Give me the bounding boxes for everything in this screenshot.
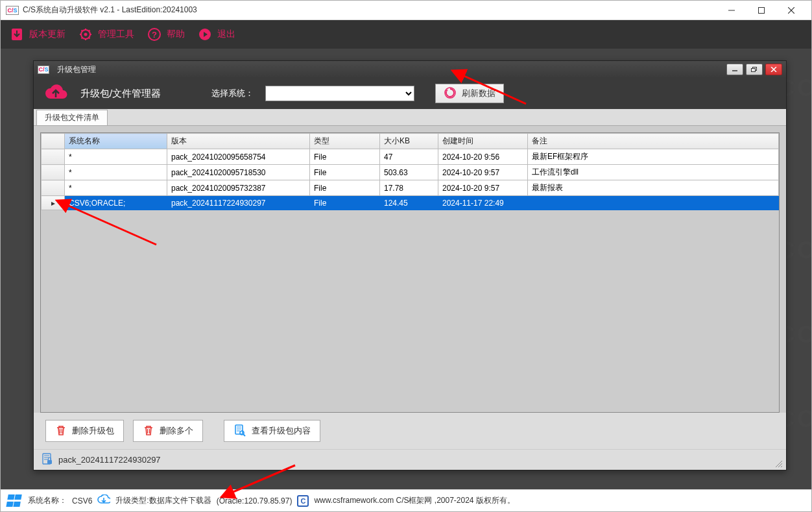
minimize-button[interactable] <box>717 1 746 19</box>
cell-system: * <box>65 180 167 196</box>
delete-multiple-button[interactable]: 删除多个 <box>133 420 203 442</box>
cell-version: pack_20241020095658754 <box>167 149 310 165</box>
col-system-name[interactable]: 系统名称 <box>65 134 167 149</box>
cell-system: * <box>65 165 167 180</box>
col-type[interactable]: 类型 <box>310 134 380 149</box>
inner-statusbar: pack_20241117224930297 <box>34 449 786 470</box>
cell-size: 47 <box>380 149 438 165</box>
cell-note: 工作流引擎dll <box>528 165 779 180</box>
close-button[interactable] <box>776 1 806 19</box>
help-icon: ? <box>147 27 161 42</box>
footer-oracle: (Oracle:120.79.85.97) <box>217 496 293 506</box>
inner-close-button[interactable] <box>765 64 782 75</box>
inner-restore-button[interactable] <box>746 64 763 75</box>
menubar: 版本更新 管理工具 ? 帮助 退出 <box>1 20 811 49</box>
cell-size: 124.45 <box>380 196 438 210</box>
tab-package-list[interactable]: 升级包文件清单 <box>36 110 108 125</box>
svg-rect-16 <box>235 425 243 434</box>
package-grid[interactable]: 系统名称 版本 类型 大小KB 创建时间 备注 *pack_2024102009… <box>40 132 780 413</box>
outer-titlebar[interactable]: C/S C/S系统自动升级软件 v2.1 - LastEdition:20241… <box>1 1 811 20</box>
document-lock-icon <box>42 452 53 467</box>
system-select[interactable] <box>265 86 414 101</box>
cs-logo-icon: C <box>297 495 309 507</box>
grid-header[interactable]: 系统名称 版本 类型 大小KB 创建时间 备注 <box>42 134 779 149</box>
svg-rect-20 <box>47 460 52 464</box>
cloud-upload-icon <box>43 84 69 103</box>
footer: 系统名称： CSV6 升级类型:数据库文件下载器 (Oracle:120.79.… <box>1 489 811 511</box>
svg-line-18 <box>243 434 245 436</box>
table-row[interactable]: ▸CSV6;ORACLE;pack_20241117224930297File1… <box>42 196 779 210</box>
cell-note <box>528 196 779 210</box>
select-system-label: 选择系统： <box>211 88 254 99</box>
cell-note: 最新报表 <box>528 180 779 196</box>
cell-time: 2024-10-20 9:57 <box>438 180 528 196</box>
row-indicator: ▸ <box>42 196 65 210</box>
gear-icon <box>78 27 93 42</box>
app-icon: C/S <box>38 66 49 74</box>
table-row[interactable]: *pack_20241020095658754File472024-10-20 … <box>42 149 779 165</box>
col-note[interactable]: 备注 <box>528 134 779 149</box>
view-content-button[interactable]: 查看升级包内容 <box>224 420 320 442</box>
svg-point-6 <box>84 33 88 36</box>
svg-rect-12 <box>752 69 756 72</box>
cell-type: File <box>310 196 380 210</box>
resize-grip-icon[interactable] <box>774 459 783 469</box>
inner-titlebar[interactable]: C/S 升级包管理 <box>34 61 786 78</box>
footer-sys-label: 系统名称： <box>28 495 67 506</box>
row-indicator <box>42 165 65 180</box>
col-size[interactable]: 大小KB <box>380 134 438 149</box>
trash-icon <box>143 424 154 438</box>
grid-container: 系统名称 版本 类型 大小KB 创建时间 备注 *pack_2024102009… <box>34 126 786 413</box>
cloud-download-icon <box>97 494 110 507</box>
cell-version: pack_20241020095732387 <box>167 180 310 196</box>
table-row[interactable]: *pack_20241020095718530File503.632024-10… <box>42 165 779 180</box>
cell-size: 503.63 <box>380 165 438 180</box>
document-search-icon <box>233 424 246 439</box>
tab-strip: 升级包文件清单 <box>34 109 786 126</box>
cell-time: 2024-10-20 9:56 <box>438 149 528 165</box>
inner-toolbar: 升级包/文件管理器 选择系统： 刷新数据 <box>34 78 786 109</box>
inner-minimize-button[interactable] <box>726 64 743 75</box>
trash-icon <box>55 424 67 438</box>
download-icon <box>10 27 24 42</box>
menu-version-update[interactable]: 版本更新 <box>10 27 66 42</box>
toolbar-title: 升级包/文件管理器 <box>80 88 161 100</box>
cell-version: pack_20241020095718530 <box>167 165 310 180</box>
action-bar: 删除升级包 删除多个 查看升级包内容 <box>34 413 786 449</box>
cell-time: 2024-11-17 22:49 <box>438 196 528 210</box>
refresh-button[interactable]: 刷新数据 <box>435 84 504 103</box>
col-created[interactable]: 创建时间 <box>438 134 528 149</box>
cell-type: File <box>310 149 380 165</box>
svg-text:?: ? <box>152 30 157 40</box>
table-row[interactable]: *pack_20241020095732387File17.782024-10-… <box>42 180 779 196</box>
main-window: C/S C/S系统自动升级软件 v2.1 - LastEdition:20241… <box>0 0 812 512</box>
footer-sys-value: CSV6 <box>72 496 92 506</box>
row-indicator <box>42 149 65 165</box>
col-indicator[interactable] <box>42 134 65 149</box>
svg-rect-1 <box>759 7 765 13</box>
inner-window-title: 升级包管理 <box>57 64 96 75</box>
delete-package-button[interactable]: 删除升级包 <box>45 420 124 442</box>
refresh-icon <box>444 86 457 101</box>
cell-type: File <box>310 165 380 180</box>
mdi-area: CO CO V CO CO C/S 升级包管理 升级包/文件 <box>1 49 811 489</box>
cell-version: pack_20241117224930297 <box>167 196 310 210</box>
app-icon: C/S <box>6 6 19 15</box>
windows-icon <box>6 494 24 507</box>
menu-exit[interactable]: 退出 <box>198 27 235 42</box>
cell-system: CSV6;ORACLE; <box>65 196 167 210</box>
cell-type: File <box>310 180 380 196</box>
menu-help[interactable]: ? 帮助 <box>147 27 185 42</box>
cell-note: 最新EF框架程序 <box>528 149 779 165</box>
cell-system: * <box>65 149 167 165</box>
maximize-button[interactable] <box>746 1 776 19</box>
window-title: C/S系统自动升级软件 v2.1 - LastEdition:20241003 <box>23 5 717 16</box>
package-manager-window: C/S 升级包管理 升级包/文件管理器 选择系统： <box>33 60 787 470</box>
menu-tools[interactable]: 管理工具 <box>78 27 134 42</box>
row-indicator <box>42 180 65 196</box>
footer-url: www.csframework.com C/S框架网 ,2007-2024 版权… <box>314 495 514 506</box>
status-pack-name: pack_20241117224930297 <box>58 455 161 465</box>
col-version[interactable]: 版本 <box>167 134 310 149</box>
cell-size: 17.78 <box>380 180 438 196</box>
cell-time: 2024-10-20 9:57 <box>438 165 528 180</box>
